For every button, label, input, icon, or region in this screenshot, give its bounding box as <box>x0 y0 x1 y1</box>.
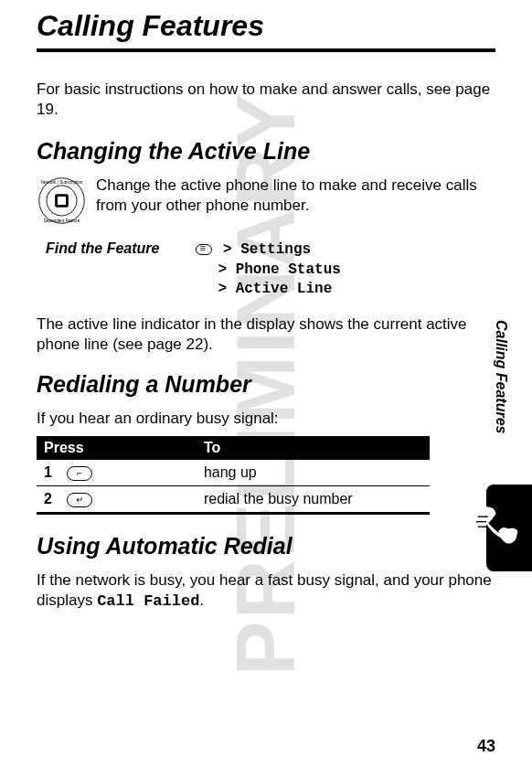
section-auto-redial-title: Using Automatic Redial <box>37 533 495 559</box>
step-number: 1 <box>37 460 59 486</box>
section3-suffix: . <box>199 591 204 609</box>
chapter-title: Calling Features <box>37 9 495 43</box>
menu-path-line1: Settings <box>240 241 311 258</box>
action-table: Press To 1 ⌐ hang up 2 ↵ redial the busy… <box>37 436 430 515</box>
section1-description: Change the active phone line to make and… <box>96 176 495 216</box>
table-header-to: To <box>197 436 430 460</box>
section1-footer: The active line indicator in the display… <box>37 314 495 355</box>
title-underline <box>37 48 495 52</box>
menu-key-icon <box>196 244 212 255</box>
menu-path: > Settings > Phone Status > Active Line <box>196 240 340 300</box>
section-changing-line-title: Changing the Active Line <box>37 138 495 165</box>
section3-mono: Call Failed <box>97 592 199 610</box>
table-header-press: Press <box>37 436 197 460</box>
table-row: 1 ⌐ hang up <box>37 460 430 486</box>
send-key-icon: ↵ <box>67 493 92 507</box>
end-key-icon: ⌐ <box>67 466 92 481</box>
page-number: 43 <box>477 737 495 756</box>
step-number: 2 <box>37 486 59 514</box>
menu-path-line2: Phone Status <box>236 261 341 278</box>
svg-rect-2 <box>58 197 66 205</box>
action-cell: hang up <box>197 460 430 486</box>
network-dependent-feature-icon: Network / Subscription Dependent Feature <box>37 176 87 226</box>
find-feature-label: Find the Feature <box>46 240 159 300</box>
svg-text:Network / Subscription: Network / Subscription <box>41 180 83 185</box>
section3-text: If the network is busy, you hear a fast … <box>37 570 495 612</box>
section2-intro: If you hear an ordinary busy signal: <box>37 409 495 429</box>
svg-text:Dependent Feature: Dependent Feature <box>44 219 80 224</box>
menu-path-line3: Active Line <box>236 281 333 297</box>
intro-paragraph: For basic instructions on how to make an… <box>37 80 495 120</box>
table-row: 2 ↵ redial the busy number <box>37 486 430 514</box>
action-cell: redial the busy number <box>197 486 430 514</box>
section-redialing-title: Redialing a Number <box>37 371 495 398</box>
